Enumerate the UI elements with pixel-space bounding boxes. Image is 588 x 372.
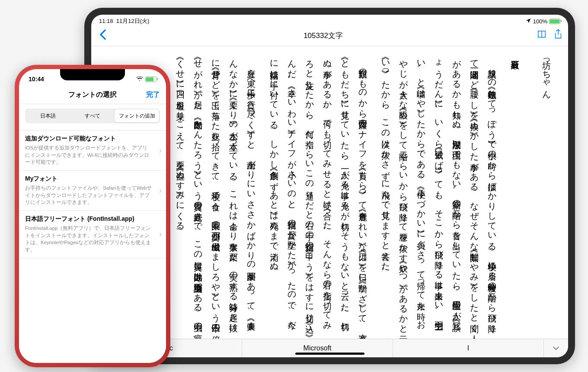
battery-icon <box>145 76 157 82</box>
row-title: 日本語フリーフォント (FontInstall.app) <box>25 215 160 223</box>
row-title: 追加ダウンロード可能なフォント <box>25 135 160 143</box>
battery-percent: 100% <box>533 18 547 25</box>
list-item[interactable]: 日本語フリーフォント (FontInstall.app) FontInstall… <box>19 211 166 258</box>
status-right <box>136 76 157 83</box>
suggestion[interactable]: I <box>393 339 544 357</box>
bookmarks-icon[interactable] <box>537 29 546 42</box>
novel-author: 夏目漱石 <box>506 54 524 331</box>
list-item[interactable]: Myフォント お手持ちのフォントファイルや、Safariを使ってWebサイトから… <box>19 171 166 211</box>
paragraph: 庭を東へ二十歩に行き尽《つく》すと、南上がりにいささかばかりの菜園があって、真中… <box>171 54 260 331</box>
notch <box>60 69 125 80</box>
status-time: 11:18 <box>99 18 113 24</box>
row-description: iOSが提供する追加ダウンロードフォントを、アプリにインストールできます。Wi-… <box>25 144 160 166</box>
chevron-right-icon: › <box>159 186 162 195</box>
back-button[interactable] <box>96 29 109 42</box>
iphone-device-frame: 10:44 フォントの選択 完了 日本語 すべて フォントの追加 追加ダウンロー… <box>15 65 170 367</box>
segment-all[interactable]: すべて <box>70 109 115 122</box>
ipad-status-bar: 11:18 11月12日(火) 100% <box>91 15 568 26</box>
row-description: FontInstall.app（無料アプリ）で、日本語フリーフォントをインストー… <box>25 225 160 254</box>
iphone-navigation-bar: フォントの選択 完了 <box>19 86 166 104</box>
paragraph: 親譲りの無鉄砲《むてっぽう》で小供の時から損ばかりしている。小学校に居る時分学校… <box>377 54 501 331</box>
status-date: 11月12日(火) <box>116 18 150 24</box>
status-time: 10:44 <box>29 76 44 83</box>
keyboard-collapse-button[interactable] <box>544 339 568 357</box>
novel-title: 坊っちゃん <box>537 54 555 331</box>
nav-actions <box>537 29 563 42</box>
chevron-right-icon: › <box>159 230 162 239</box>
screen-title: フォントの選択 <box>68 90 117 99</box>
location-icon <box>525 18 531 25</box>
iphone-screen: 10:44 フォントの選択 完了 日本語 すべて フォントの追加 追加ダウンロー… <box>19 69 166 363</box>
done-button[interactable]: 完了 <box>146 90 160 99</box>
paragraph: 親類のものから西洋製のナイフを貰《もら》って奇麗《きれい》な刃《は》を日に翳《か… <box>265 54 371 331</box>
status-right: 100% <box>525 18 560 25</box>
ipad-navigation-bar: 105332文字 <box>91 26 568 46</box>
settings-list: 追加ダウンロード可能なフォント iOSが提供する追加ダウンロードフォントを、アプ… <box>19 130 166 363</box>
row-description: お手持ちのフォントファイルや、Safariを使ってWebサイトからダウンロードし… <box>25 184 160 206</box>
status-left: 11:18 11月12日(火) <box>99 17 149 25</box>
segment-japanese[interactable]: 日本語 <box>26 109 70 122</box>
segment-add-font[interactable]: フォントの追加 <box>115 109 159 122</box>
segmented-control[interactable]: 日本語 すべて フォントの追加 <box>25 108 160 123</box>
home-indicator[interactable] <box>295 353 364 355</box>
row-title: Myフォント <box>25 175 160 183</box>
share-icon[interactable] <box>553 29 563 42</box>
list-item[interactable]: 追加ダウンロード可能なフォント iOSが提供する追加ダウンロードフォントを、アプ… <box>19 130 166 171</box>
document-title: 105332文字 <box>304 31 343 41</box>
battery-icon <box>549 19 560 24</box>
chevron-right-icon: › <box>159 146 162 155</box>
wifi-icon <box>136 76 143 83</box>
